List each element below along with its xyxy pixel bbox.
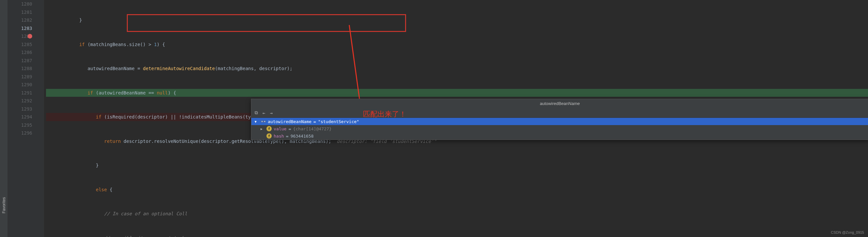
line-number: 1295 [8, 121, 32, 129]
popup-title: autowiredBeanName [251, 99, 868, 108]
fold-gutter[interactable] [37, 0, 44, 237]
code-line[interactable]: // In case of an optional Coll [46, 210, 868, 218]
popup-toolbar: ⧉ ← → [251, 108, 868, 118]
line-number: 1286 [8, 48, 32, 57]
line-number: 1287 [8, 57, 32, 65]
debug-evaluate-popup: autowiredBeanName ⧉ ← → ▼ 👓 autowiredBea… [251, 99, 868, 140]
line-number: 1289 [8, 73, 32, 81]
line-number: 1283 [8, 24, 32, 33]
code-line[interactable]: autowiredBeanName = determineAutowireCan… [46, 64, 868, 73]
line-number: 1282 [8, 16, 32, 24]
favorites-label: Favorites [2, 197, 6, 213]
favorites-tool-tab[interactable]: Favorites [0, 0, 8, 237]
code-line[interactable]: } [46, 16, 868, 24]
line-number: 1288 [8, 64, 32, 73]
watermark: CSDN @Zong_0915 [831, 230, 864, 234]
variable-name: value [274, 126, 286, 131]
line-number: 1291 [8, 89, 32, 97]
code-line[interactable]: if (matchingBeans.size() > 1) { [46, 41, 868, 49]
code-line[interactable]: else { [46, 186, 868, 194]
code-line[interactable]: if (autowiredBeanName == null) { [46, 89, 868, 97]
code-line[interactable]: // possibly it was meant to be [46, 234, 868, 237]
expand-arrow-icon[interactable]: ▼ [255, 120, 258, 124]
expand-arrow-icon[interactable]: ▶ [260, 127, 265, 131]
debug-variable-row[interactable]: ▼ 👓 autowiredBeanName = "studentService" [251, 118, 868, 125]
line-number: 1285 [8, 41, 32, 49]
line-number: 1281 [8, 8, 32, 17]
line-number: 1293 [8, 105, 32, 113]
back-icon[interactable]: ← [262, 110, 265, 115]
line-number-gutter[interactable]: 1280 1281 1282 1283 1284 1285 1286 1287 … [8, 0, 37, 237]
variable-value: {char[14]@4727} [293, 126, 332, 131]
variable-value: "studentService" [318, 119, 359, 124]
watch-icon: 👓 [260, 119, 266, 124]
copy-icon[interactable]: ⧉ [255, 110, 258, 115]
field-icon: f [267, 133, 272, 138]
debug-variable-row[interactable]: ▶ f value = {char[14]@4727} [251, 125, 868, 132]
line-number: 1280 [8, 0, 32, 8]
line-number: 1292 [8, 97, 32, 105]
variable-name: autowiredBeanName [268, 119, 311, 124]
code-line[interactable]: } [46, 161, 868, 169]
line-number: 1294 [8, 113, 32, 121]
line-number: 1290 [8, 81, 32, 89]
breakpoint-icon[interactable] [28, 34, 32, 38]
variable-value: 963441658 [290, 134, 313, 138]
variable-name: hash [274, 134, 284, 138]
debug-variable-row[interactable]: f hash = 963441658 [251, 132, 868, 139]
forward-icon[interactable]: → [270, 110, 272, 115]
annotation-text: 匹配出来了！ [363, 109, 406, 119]
line-number: 1296 [8, 129, 32, 137]
field-icon: f [267, 126, 272, 131]
